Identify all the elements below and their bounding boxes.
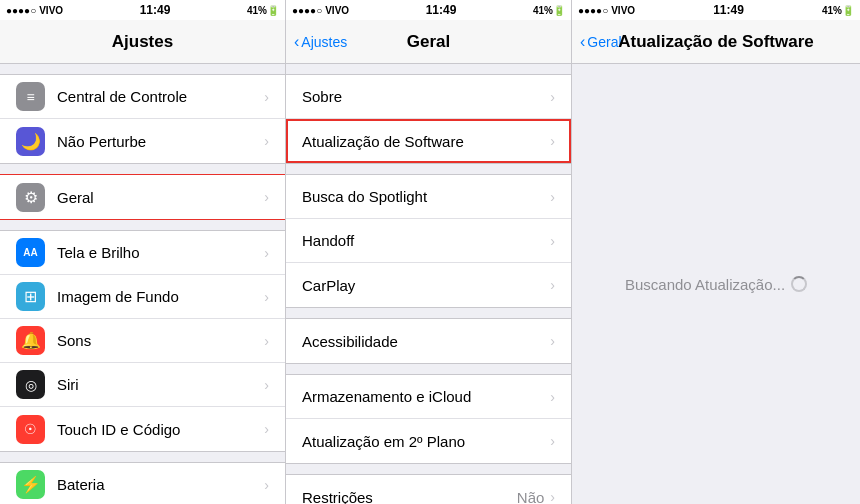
section-sobre: Sobre › Atualização de Software › <box>286 74 571 164</box>
spacer <box>286 64 571 74</box>
nav-bar-3: ‹ Geral Atualização de Software <box>572 20 860 64</box>
ajustes-scroll[interactable]: ≡ Central de Controle › 🌙 Não Perturbe ›… <box>0 64 285 504</box>
back-to-geral[interactable]: ‹ Geral <box>580 33 622 51</box>
armazenamento-label: Armazenamento e iCloud <box>302 388 550 405</box>
chevron-icon: › <box>264 133 269 149</box>
section-spotlight: Busca do Spotlight › Handoff › CarPlay › <box>286 174 571 308</box>
battery-1: 41%🔋 <box>247 5 279 16</box>
chevron-icon: › <box>550 333 555 349</box>
nav-title-3: Atualização de Software <box>618 32 814 52</box>
siri-label: Siri <box>57 376 264 393</box>
chevron-icon: › <box>550 389 555 405</box>
list-item-tela-brilho[interactable]: AA Tela e Brilho › <box>0 231 285 275</box>
nav-title-2: Geral <box>407 32 450 52</box>
battery-2: 41%🔋 <box>533 5 565 16</box>
section-acessibilidade: Acessibilidade › <box>286 318 571 364</box>
bateria-icon: ⚡ <box>16 470 45 499</box>
chevron-icon: › <box>264 189 269 205</box>
list-item-handoff[interactable]: Handoff › <box>286 219 571 263</box>
geral-scroll[interactable]: Sobre › Atualização de Software › Busca … <box>286 64 571 504</box>
sons-icon: 🔔 <box>16 326 45 355</box>
list-item-imagem-fundo[interactable]: ⊞ Imagem de Fundo › <box>0 275 285 319</box>
touchid-icon: ☉ <box>16 415 45 444</box>
spotlight-label: Busca do Spotlight <box>302 188 550 205</box>
time-2: 11:49 <box>426 3 457 17</box>
touchid-label: Touch ID e Código <box>57 421 264 438</box>
central-controle-label: Central de Controle <box>57 88 264 105</box>
spinner-icon <box>791 276 807 292</box>
list-item-atualizacao[interactable]: Atualização de Software › <box>286 119 571 163</box>
nao-perturbe-label: Não Perturbe <box>57 133 264 150</box>
atualizacao-panel: ●●●●○ VIVO 11:49 41%🔋 ‹ Geral Atualizaçã… <box>572 0 860 504</box>
tela-brilho-label: Tela e Brilho <box>57 244 264 261</box>
section-display: AA Tela e Brilho › ⊞ Imagem de Fundo › 🔔… <box>0 230 285 452</box>
spacer <box>0 164 285 174</box>
siri-icon: ◎ <box>16 370 45 399</box>
list-item-nao-perturbe[interactable]: 🌙 Não Perturbe › <box>0 119 285 163</box>
list-item-geral[interactable]: ⚙ Geral › <box>0 175 285 219</box>
nao-perturbe-icon: 🌙 <box>16 127 45 156</box>
central-controle-icon: ≡ <box>16 82 45 111</box>
geral-panel: ●●●●○ VIVO 11:49 41%🔋 ‹ Ajustes Geral So… <box>286 0 572 504</box>
section-geral: ⚙ Geral › <box>0 174 285 220</box>
geral-label: Geral <box>57 189 264 206</box>
chevron-icon: › <box>550 277 555 293</box>
list-item-acessibilidade[interactable]: Acessibilidade › <box>286 319 571 363</box>
list-item-touchid[interactable]: ☉ Touch ID e Código › <box>0 407 285 451</box>
back-chevron-icon-3: ‹ <box>580 33 585 51</box>
imagem-fundo-label: Imagem de Fundo <box>57 288 264 305</box>
ajustes-panel: ●●●●○ VIVO 11:49 41%🔋 Ajustes ≡ Central … <box>0 0 286 504</box>
spacer <box>286 308 571 318</box>
carrier-1: VIVO <box>39 5 63 16</box>
list-item-armazenamento[interactable]: Armazenamento e iCloud › <box>286 375 571 419</box>
list-item-carplay[interactable]: CarPlay › <box>286 263 571 307</box>
status-left-3: ●●●●○ VIVO <box>578 5 635 16</box>
acessibilidade-label: Acessibilidade <box>302 333 550 350</box>
imagem-fundo-icon: ⊞ <box>16 282 45 311</box>
signal-icon-1: ●●●●○ <box>6 5 36 16</box>
section-armazenamento: Armazenamento e iCloud › Atualização em … <box>286 374 571 464</box>
loading-text: Buscando Atualização... <box>625 276 785 293</box>
list-item-atualizacao-plano[interactable]: Atualização em 2º Plano › <box>286 419 571 463</box>
carrier-2: VIVO <box>325 5 349 16</box>
list-item-sobre[interactable]: Sobre › <box>286 75 571 119</box>
list-item-restricoes[interactable]: Restrições Não › <box>286 475 571 504</box>
status-bar-3: ●●●●○ VIVO 11:49 41%🔋 <box>572 0 860 20</box>
spacer <box>0 220 285 230</box>
tela-brilho-icon: AA <box>16 238 45 267</box>
status-right-2: 41%🔋 <box>533 5 565 16</box>
handoff-label: Handoff <box>302 232 550 249</box>
back-label-ajustes: Ajustes <box>301 34 347 50</box>
section-controle: ≡ Central de Controle › 🌙 Não Perturbe › <box>0 74 285 164</box>
list-item-spotlight[interactable]: Busca do Spotlight › <box>286 175 571 219</box>
battery-3: 41%🔋 <box>822 5 854 16</box>
atualizacao-plano-label: Atualização em 2º Plano <box>302 433 550 450</box>
restricoes-label: Restrições <box>302 489 517 505</box>
status-right-1: 41%🔋 <box>247 5 279 16</box>
spacer <box>286 364 571 374</box>
back-label-geral: Geral <box>587 34 621 50</box>
status-left-2: ●●●●○ VIVO <box>292 5 349 16</box>
chevron-icon: › <box>550 433 555 449</box>
chevron-icon: › <box>264 377 269 393</box>
spacer <box>286 464 571 474</box>
list-item-central-controle[interactable]: ≡ Central de Controle › <box>0 75 285 119</box>
list-item-siri[interactable]: ◎ Siri › <box>0 363 285 407</box>
section-bateria: ⚡ Bateria › ✋ Privacidade › <box>0 462 285 504</box>
status-left-1: ●●●●○ VIVO <box>6 5 63 16</box>
sons-label: Sons <box>57 332 264 349</box>
status-bar-2: ●●●●○ VIVO 11:49 41%🔋 <box>286 0 571 20</box>
list-item-sons[interactable]: 🔔 Sons › <box>0 319 285 363</box>
chevron-icon: › <box>550 233 555 249</box>
status-right-3: 41%🔋 <box>822 5 854 16</box>
list-item-bateria[interactable]: ⚡ Bateria › <box>0 463 285 504</box>
time-1: 11:49 <box>140 3 171 17</box>
loading-area: Buscando Atualização... <box>572 64 860 504</box>
chevron-icon: › <box>264 289 269 305</box>
nav-title-1: Ajustes <box>112 32 173 52</box>
back-to-ajustes[interactable]: ‹ Ajustes <box>294 33 347 51</box>
chevron-icon: › <box>550 189 555 205</box>
restricoes-value: Não <box>517 489 545 505</box>
signal-icon-3: ●●●●○ <box>578 5 608 16</box>
bateria-label: Bateria <box>57 476 264 493</box>
